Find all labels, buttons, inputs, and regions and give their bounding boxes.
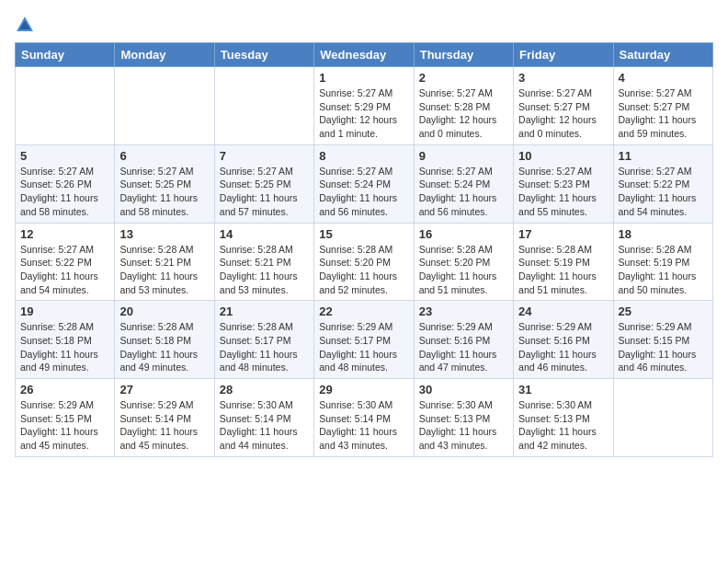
weekday-header-thursday: Thursday <box>414 43 513 67</box>
calendar-day-cell: 22Sunrise: 5:29 AM Sunset: 5:17 PM Dayli… <box>314 301 414 379</box>
calendar-day-cell: 29Sunrise: 5:30 AM Sunset: 5:14 PM Dayli… <box>314 379 414 457</box>
day-info: Sunrise: 5:29 AM Sunset: 5:17 PM Dayligh… <box>319 320 408 374</box>
header <box>15 15 713 35</box>
calendar-day-cell: 19Sunrise: 5:28 AM Sunset: 5:18 PM Dayli… <box>16 301 115 379</box>
calendar-week-row: 19Sunrise: 5:28 AM Sunset: 5:18 PM Dayli… <box>16 301 713 379</box>
day-info: Sunrise: 5:28 AM Sunset: 5:18 PM Dayligh… <box>20 320 109 374</box>
day-number: 19 <box>20 304 109 318</box>
calendar-day-cell: 1Sunrise: 5:27 AM Sunset: 5:29 PM Daylig… <box>314 67 414 145</box>
day-info: Sunrise: 5:29 AM Sunset: 5:15 PM Dayligh… <box>619 320 708 374</box>
calendar-day-cell: 14Sunrise: 5:28 AM Sunset: 5:21 PM Dayli… <box>214 223 313 301</box>
day-number: 12 <box>20 227 109 241</box>
day-info: Sunrise: 5:27 AM Sunset: 5:25 PM Dayligh… <box>119 165 209 219</box>
day-number: 25 <box>619 304 708 318</box>
calendar-day-cell: 18Sunrise: 5:28 AM Sunset: 5:19 PM Dayli… <box>613 223 712 301</box>
day-number: 20 <box>119 304 209 318</box>
weekday-header-friday: Friday <box>514 43 613 67</box>
day-number: 22 <box>319 304 408 318</box>
calendar-day-cell: 8Sunrise: 5:27 AM Sunset: 5:24 PM Daylig… <box>314 144 414 223</box>
calendar-day-cell: 17Sunrise: 5:28 AM Sunset: 5:19 PM Dayli… <box>514 223 613 301</box>
calendar-day-cell: 25Sunrise: 5:29 AM Sunset: 5:15 PM Dayli… <box>613 301 712 379</box>
day-info: Sunrise: 5:27 AM Sunset: 5:25 PM Dayligh… <box>220 165 309 219</box>
empty-cell <box>214 67 313 145</box>
calendar-day-cell: 11Sunrise: 5:27 AM Sunset: 5:22 PM Dayli… <box>613 144 712 223</box>
calendar-day-cell: 23Sunrise: 5:29 AM Sunset: 5:16 PM Dayli… <box>414 301 513 379</box>
day-number: 23 <box>419 304 508 318</box>
day-info: Sunrise: 5:27 AM Sunset: 5:29 PM Dayligh… <box>319 86 408 141</box>
day-number: 30 <box>419 383 508 396</box>
calendar-week-row: 5Sunrise: 5:27 AM Sunset: 5:26 PM Daylig… <box>16 144 713 223</box>
day-info: Sunrise: 5:27 AM Sunset: 5:24 PM Dayligh… <box>319 165 408 219</box>
weekday-header-sunday: Sunday <box>16 43 115 67</box>
day-info: Sunrise: 5:29 AM Sunset: 5:15 PM Dayligh… <box>20 398 109 453</box>
day-number: 14 <box>220 227 309 241</box>
day-number: 11 <box>619 149 708 163</box>
empty-cell <box>613 379 712 457</box>
day-number: 26 <box>20 383 109 396</box>
calendar-day-cell: 27Sunrise: 5:29 AM Sunset: 5:14 PM Dayli… <box>115 379 214 457</box>
calendar-day-cell: 3Sunrise: 5:27 AM Sunset: 5:27 PM Daylig… <box>514 67 613 145</box>
day-number: 17 <box>518 227 608 241</box>
calendar-day-cell: 6Sunrise: 5:27 AM Sunset: 5:25 PM Daylig… <box>115 144 214 223</box>
day-info: Sunrise: 5:27 AM Sunset: 5:22 PM Dayligh… <box>619 165 708 219</box>
weekday-header-wednesday: Wednesday <box>314 43 414 67</box>
calendar-day-cell: 26Sunrise: 5:29 AM Sunset: 5:15 PM Dayli… <box>16 379 115 457</box>
day-info: Sunrise: 5:27 AM Sunset: 5:26 PM Dayligh… <box>20 165 109 219</box>
day-number: 4 <box>619 71 708 85</box>
day-info: Sunrise: 5:30 AM Sunset: 5:13 PM Dayligh… <box>518 398 608 453</box>
day-info: Sunrise: 5:28 AM Sunset: 5:20 PM Dayligh… <box>419 243 508 297</box>
day-info: Sunrise: 5:28 AM Sunset: 5:21 PM Dayligh… <box>119 243 209 297</box>
day-info: Sunrise: 5:27 AM Sunset: 5:23 PM Dayligh… <box>518 165 608 219</box>
day-number: 31 <box>518 383 608 396</box>
day-info: Sunrise: 5:29 AM Sunset: 5:16 PM Dayligh… <box>518 320 608 374</box>
calendar-day-cell: 12Sunrise: 5:27 AM Sunset: 5:22 PM Dayli… <box>16 223 115 301</box>
calendar-day-cell: 15Sunrise: 5:28 AM Sunset: 5:20 PM Dayli… <box>314 223 414 301</box>
empty-cell <box>16 67 115 145</box>
day-info: Sunrise: 5:27 AM Sunset: 5:24 PM Dayligh… <box>419 165 508 219</box>
calendar-day-cell: 20Sunrise: 5:28 AM Sunset: 5:18 PM Dayli… <box>115 301 214 379</box>
day-info: Sunrise: 5:28 AM Sunset: 5:21 PM Dayligh… <box>220 243 309 297</box>
day-number: 28 <box>220 383 309 396</box>
day-number: 7 <box>220 149 309 163</box>
day-number: 21 <box>220 304 309 318</box>
calendar-day-cell: 31Sunrise: 5:30 AM Sunset: 5:13 PM Dayli… <box>514 379 613 457</box>
day-info: Sunrise: 5:30 AM Sunset: 5:14 PM Dayligh… <box>220 398 309 453</box>
day-number: 15 <box>319 227 408 241</box>
weekday-header-saturday: Saturday <box>613 43 712 67</box>
day-info: Sunrise: 5:27 AM Sunset: 5:27 PM Dayligh… <box>619 86 708 141</box>
day-number: 13 <box>119 227 209 241</box>
day-info: Sunrise: 5:29 AM Sunset: 5:16 PM Dayligh… <box>419 320 508 374</box>
calendar-day-cell: 5Sunrise: 5:27 AM Sunset: 5:26 PM Daylig… <box>16 144 115 223</box>
logo-icon <box>15 15 35 35</box>
day-number: 27 <box>119 383 209 396</box>
calendar-week-row: 26Sunrise: 5:29 AM Sunset: 5:15 PM Dayli… <box>16 379 713 457</box>
weekday-header-monday: Monday <box>115 43 214 67</box>
calendar-day-cell: 24Sunrise: 5:29 AM Sunset: 5:16 PM Dayli… <box>514 301 613 379</box>
empty-cell <box>115 67 214 145</box>
day-number: 18 <box>619 227 708 241</box>
day-info: Sunrise: 5:29 AM Sunset: 5:14 PM Dayligh… <box>119 398 209 453</box>
day-info: Sunrise: 5:30 AM Sunset: 5:13 PM Dayligh… <box>419 398 508 453</box>
calendar-day-cell: 21Sunrise: 5:28 AM Sunset: 5:17 PM Dayli… <box>214 301 313 379</box>
calendar-table: SundayMondayTuesdayWednesdayThursdayFrid… <box>15 42 713 457</box>
day-info: Sunrise: 5:28 AM Sunset: 5:19 PM Dayligh… <box>619 243 708 297</box>
day-info: Sunrise: 5:28 AM Sunset: 5:18 PM Dayligh… <box>119 320 209 374</box>
day-info: Sunrise: 5:28 AM Sunset: 5:17 PM Dayligh… <box>220 320 309 374</box>
calendar-week-row: 12Sunrise: 5:27 AM Sunset: 5:22 PM Dayli… <box>16 223 713 301</box>
day-number: 29 <box>319 383 408 396</box>
calendar-day-cell: 30Sunrise: 5:30 AM Sunset: 5:13 PM Dayli… <box>414 379 513 457</box>
calendar-day-cell: 28Sunrise: 5:30 AM Sunset: 5:14 PM Dayli… <box>214 379 313 457</box>
logo <box>15 15 42 35</box>
day-info: Sunrise: 5:28 AM Sunset: 5:20 PM Dayligh… <box>319 243 408 297</box>
day-number: 5 <box>20 149 109 163</box>
day-number: 8 <box>319 149 408 163</box>
day-number: 10 <box>518 149 608 163</box>
calendar-day-cell: 7Sunrise: 5:27 AM Sunset: 5:25 PM Daylig… <box>214 144 313 223</box>
calendar-day-cell: 13Sunrise: 5:28 AM Sunset: 5:21 PM Dayli… <box>115 223 214 301</box>
day-info: Sunrise: 5:27 AM Sunset: 5:22 PM Dayligh… <box>20 243 109 297</box>
weekday-header-row: SundayMondayTuesdayWednesdayThursdayFrid… <box>16 43 713 67</box>
calendar-day-cell: 10Sunrise: 5:27 AM Sunset: 5:23 PM Dayli… <box>514 144 613 223</box>
calendar-day-cell: 4Sunrise: 5:27 AM Sunset: 5:27 PM Daylig… <box>613 67 712 145</box>
calendar-day-cell: 2Sunrise: 5:27 AM Sunset: 5:28 PM Daylig… <box>414 67 513 145</box>
day-number: 6 <box>119 149 209 163</box>
